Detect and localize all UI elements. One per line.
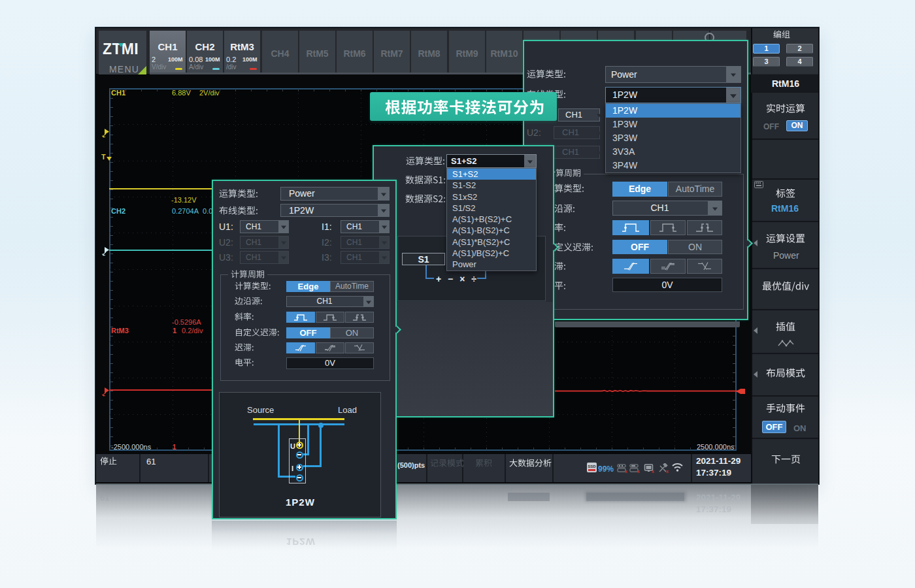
svg-text:x: x (625, 469, 627, 474)
svg-text:x: x (652, 469, 654, 474)
svg-text:x: x (637, 469, 640, 474)
svg-text:SSD: SSD (588, 465, 596, 468)
svg-text:x: x (666, 469, 669, 474)
